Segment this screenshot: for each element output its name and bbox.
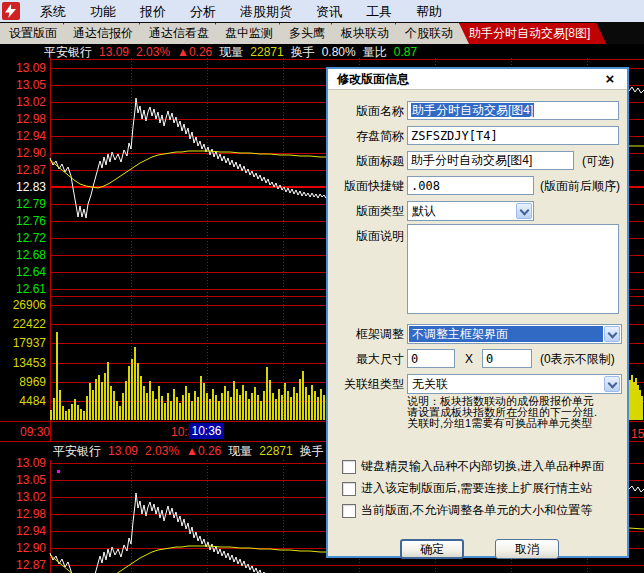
tab-sector-link[interactable]: 板块联动: [332, 23, 405, 44]
connect-ext-host-checkbox[interactable]: [342, 482, 356, 496]
frame-adjust-value: 不调整主框架界面: [409, 326, 603, 342]
ok-button[interactable]: 确定: [400, 539, 464, 559]
cancel-button[interactable]: 取消: [495, 539, 559, 559]
frame-adjust-label: 框架调整: [330, 327, 404, 341]
link-group-help-line3: 关联时,分组1需要有可换品种单元类型: [407, 418, 625, 429]
size-x-separator: X: [465, 352, 473, 366]
menu-hk-futures[interactable]: 港股期货: [228, 1, 304, 22]
lock-layout-checkbox[interactable]: [342, 504, 356, 518]
layout-tab-bar: 设置版面 通达信报价 通达信看盘 盘中监测 多头鹰 板块联动 个股联动 助手分时…: [0, 22, 644, 44]
panel-type-label: 版面类型: [330, 204, 404, 218]
link-group-value: 无关联: [409, 376, 603, 392]
app-logo-icon: [2, 2, 20, 20]
modify-layout-dialog: 修改版面信息 × 版面名称 助手分时自动交易[图4] 存盘简称 版面标题 (可选…: [326, 67, 629, 558]
panel-type-value: 默认: [409, 203, 515, 219]
tab-assistant-timeshare-auto-trade[interactable]: 助手分时自动交易[8图]: [460, 23, 606, 44]
tab-duotouying[interactable]: 多头鹰: [280, 23, 341, 44]
tab-intraday-monitor[interactable]: 盘中监测: [216, 23, 289, 44]
close-icon[interactable]: ×: [602, 71, 618, 87]
connect-ext-host-checkbox-label: 进入该定制版面后,需要连接上扩展行情主站: [361, 482, 592, 495]
max-width-input[interactable]: [407, 349, 455, 368]
selected-text: 助手分时自动交易[图4]: [411, 103, 534, 117]
tab-set-layout[interactable]: 设置版面: [0, 23, 73, 44]
panel-name-input[interactable]: 助手分时自动交易[图4]: [407, 101, 619, 120]
link-group-select[interactable]: 无关联: [407, 374, 622, 394]
size-note: (0表示不限制): [540, 352, 615, 366]
tab-tdx-quote[interactable]: 通达信报价: [64, 23, 149, 44]
panel-desc-label: 版面说明: [330, 229, 404, 243]
menu-analysis[interactable]: 分析: [178, 1, 228, 22]
lock-layout-checkbox-label: 当前版面,不允许调整各单元的大小和位置等: [361, 504, 592, 517]
hotkey-note: (版面前后顺序): [540, 179, 620, 193]
max-height-input[interactable]: [482, 349, 532, 368]
tab-stock-link[interactable]: 个股联动: [396, 23, 469, 44]
save-short-name-input[interactable]: [407, 126, 619, 145]
menu-info[interactable]: 资讯: [304, 1, 354, 22]
tdx-app-window: 13.0913.0513.0212.9812.9412.9012.8712.83…: [0, 0, 644, 573]
menu-help[interactable]: 帮助: [404, 1, 454, 22]
keyboard-wizard-checkbox[interactable]: [342, 460, 356, 474]
panel-name-label: 版面名称: [330, 104, 404, 118]
panel-title-input[interactable]: [407, 151, 574, 170]
frame-adjust-select[interactable]: 不调整主框架界面: [407, 324, 622, 344]
menu-system[interactable]: 系统: [28, 1, 78, 22]
panel-type-select[interactable]: 默认: [407, 201, 534, 221]
panel-desc-textarea[interactable]: [407, 224, 619, 314]
max-size-label: 最大尺寸: [330, 352, 404, 366]
menu-function[interactable]: 功能: [78, 1, 128, 22]
menu-bar: 系统 功能 报价 分析 港股期货 资讯 工具 帮助: [0, 0, 644, 23]
panel-title-label: 版面标题: [330, 154, 404, 168]
chevron-down-icon[interactable]: [516, 203, 532, 219]
menu-quote[interactable]: 报价: [128, 1, 178, 22]
menu-tools[interactable]: 工具: [354, 1, 404, 22]
tab-tdx-watch[interactable]: 通达信看盘: [140, 23, 225, 44]
hotkey-input[interactable]: [407, 176, 534, 195]
dialog-title: 修改版面信息: [337, 71, 409, 88]
dialog-title-bar[interactable]: 修改版面信息 ×: [328, 69, 627, 90]
link-group-label: 关联组类型: [330, 377, 404, 391]
keyboard-wizard-checkbox-label: 键盘精灵输入品种不内部切换,进入单品种界面: [361, 460, 604, 473]
save-short-name-label: 存盘简称: [330, 129, 404, 143]
hotkey-label: 版面快捷键: [330, 179, 404, 193]
chevron-down-icon[interactable]: [604, 376, 620, 392]
chevron-down-icon[interactable]: [604, 326, 620, 342]
optional-note: (可选): [582, 154, 614, 168]
